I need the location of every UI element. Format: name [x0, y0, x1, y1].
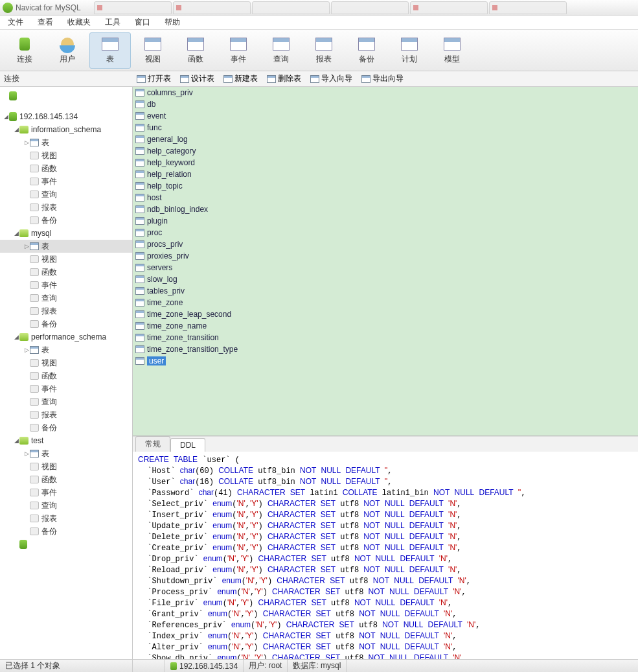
- table-row-tables_priv[interactable]: tables_priv: [133, 285, 638, 297]
- table-row-proc[interactable]: proc: [133, 227, 638, 238]
- menu-帮助[interactable]: 帮助: [165, 17, 180, 28]
- tree-row-视图[interactable]: 视图: [0, 253, 132, 266]
- table-row-time_zone_transition_type[interactable]: time_zone_transition_type: [133, 343, 638, 355]
- menu-窗口[interactable]: 窗口: [135, 17, 150, 28]
- table-label: time_zone_transition_type: [147, 345, 238, 354]
- tree-row-information_schema[interactable]: ◢information_schema: [0, 123, 132, 136]
- toolbar-函数[interactable]: 函数: [175, 32, 216, 69]
- tree-row-查询[interactable]: 查询: [0, 395, 132, 408]
- toolbar-计划[interactable]: 计划: [389, 32, 430, 69]
- subtoolbar-新建表[interactable]: 新建表: [223, 73, 258, 84]
- toolbar-报表[interactable]: 报表: [303, 32, 345, 69]
- menu-收藏夹[interactable]: 收藏夹: [67, 17, 91, 28]
- tree-row-查询[interactable]: 查询: [0, 188, 132, 201]
- tree-row-视图[interactable]: 视图: [0, 356, 132, 369]
- tree-toggle-icon[interactable]: ◢: [3, 113, 9, 120]
- table-row-time_zone_transition[interactable]: time_zone_transition: [133, 332, 638, 343]
- tree-row-test[interactable]: ◢test: [0, 434, 132, 447]
- tree-row-报表[interactable]: 报表: [0, 201, 132, 214]
- table-row-general_log[interactable]: general_log: [133, 133, 638, 145]
- tree-row-mysql[interactable]: ◢mysql: [0, 227, 132, 240]
- ddl-panel[interactable]: CREATE TABLE `user` ( `Host` char(60) CO…: [133, 452, 638, 659]
- toolbar-模型[interactable]: 模型: [431, 32, 473, 69]
- table-row-help_category[interactable]: help_category: [133, 145, 638, 157]
- subtoolbar-导出向导[interactable]: 导出向导: [361, 73, 404, 84]
- tree-row-备份[interactable]: 备份: [0, 525, 132, 538]
- tree-row-表[interactable]: ▷表: [0, 343, 132, 356]
- table-row-db[interactable]: db: [133, 98, 638, 110]
- table-row-servers[interactable]: servers: [133, 262, 638, 273]
- tree-toggle-icon[interactable]: ◢: [13, 126, 19, 133]
- tree-row-事件[interactable]: 事件: [0, 382, 132, 395]
- table-row-ndb_binlog_index[interactable]: ndb_binlog_index: [133, 203, 638, 215]
- menu-文件[interactable]: 文件: [8, 17, 23, 28]
- table-row-event[interactable]: event: [133, 110, 638, 122]
- table-row-time_zone[interactable]: time_zone: [133, 297, 638, 308]
- toolbar-事件[interactable]: 事件: [218, 32, 259, 69]
- tree-row-备份[interactable]: 备份: [0, 318, 132, 330]
- tree-row-表[interactable]: ▷表: [0, 240, 132, 253]
- tree-row-事件[interactable]: 事件: [0, 175, 132, 188]
- tab-常规[interactable]: 常规: [135, 436, 170, 452]
- tree-toggle-icon[interactable]: ▷: [23, 139, 30, 146]
- tree-toggle-icon[interactable]: ▷: [23, 347, 30, 353]
- tree-row-函数[interactable]: 函数: [0, 369, 132, 382]
- table-row-help_topic[interactable]: help_topic: [133, 180, 638, 192]
- tree-row-查询[interactable]: 查询: [0, 499, 132, 512]
- toolbar-表[interactable]: 表: [89, 32, 131, 69]
- subtoolbar-设计表[interactable]: 设计表: [180, 73, 214, 84]
- tree-row-事件[interactable]: 事件: [0, 486, 132, 499]
- tree-row-视图[interactable]: 视图: [0, 460, 132, 473]
- tree-row-performance_schema[interactable]: ◢performance_schema: [0, 330, 132, 343]
- tree-toggle-icon[interactable]: ▷: [23, 243, 30, 249]
- tree-toggle-icon[interactable]: ▷: [23, 450, 30, 457]
- menubar[interactable]: 文件查看收藏夹工具窗口帮助: [0, 16, 638, 30]
- table-row-host[interactable]: host: [133, 192, 638, 203]
- tree-row-函数[interactable]: 函数: [0, 266, 132, 279]
- tree-row-           [interactable]: [0, 538, 132, 551]
- toolbar-用户[interactable]: 用户: [47, 32, 88, 69]
- tree-row-函数[interactable]: 函数: [0, 162, 132, 175]
- table-row-user[interactable]: user: [133, 355, 638, 367]
- toolbar-连接[interactable]: 连接: [4, 32, 45, 69]
- tree-row-           [interactable]: [0, 89, 132, 102]
- tree-row-192.168.145.134[interactable]: ◢192.168.145.134: [0, 110, 132, 123]
- subtoolbar-删除表[interactable]: 删除表: [267, 73, 301, 84]
- table-label: servers: [147, 263, 172, 272]
- menu-工具[interactable]: 工具: [105, 17, 120, 28]
- table-row-help_keyword[interactable]: help_keyword: [133, 157, 638, 168]
- tree-toggle-icon[interactable]: ◢: [13, 334, 19, 340]
- tree-row-视图[interactable]: 视图: [0, 149, 132, 162]
- table-row-time_zone_name[interactable]: time_zone_name: [133, 320, 638, 332]
- tree-row-事件[interactable]: 事件: [0, 279, 132, 292]
- tree-row-报表[interactable]: 报表: [0, 305, 132, 318]
- toolbar-备份[interactable]: 备份: [346, 32, 387, 69]
- tree-row-报表[interactable]: 报表: [0, 512, 132, 525]
- table-row-proxies_priv[interactable]: proxies_priv: [133, 250, 638, 262]
- toolbar-视图[interactable]: 视图: [132, 32, 174, 69]
- tree-toggle-icon[interactable]: ◢: [13, 230, 19, 237]
- table-list[interactable]: columns_privdbeventfuncgeneral_loghelp_c…: [133, 87, 638, 436]
- table-row-columns_priv[interactable]: columns_priv: [133, 87, 638, 98]
- tree-row-备份[interactable]: 备份: [0, 421, 132, 434]
- tree-row-表[interactable]: ▷表: [0, 447, 132, 460]
- table-row-procs_priv[interactable]: procs_priv: [133, 238, 638, 250]
- table-row-plugin[interactable]: plugin: [133, 215, 638, 227]
- table-row-func[interactable]: func: [133, 122, 638, 133]
- tree-row-表[interactable]: ▷表: [0, 136, 132, 149]
- tree-toggle-icon[interactable]: ◢: [13, 437, 19, 444]
- table-row-help_relation[interactable]: help_relation: [133, 168, 638, 180]
- table-row-time_zone_leap_second[interactable]: time_zone_leap_second: [133, 308, 638, 320]
- tree-row-备份[interactable]: 备份: [0, 214, 132, 227]
- connection-tree[interactable]: ◢192.168.145.134◢information_schema▷表视图函…: [0, 87, 133, 659]
- subtoolbar-打开表[interactable]: 打开表: [137, 73, 171, 84]
- tree-row-查询[interactable]: 查询: [0, 292, 132, 305]
- detail-tabs[interactable]: 常规DDL: [133, 436, 638, 452]
- tree-row-报表[interactable]: 报表: [0, 408, 132, 421]
- menu-查看[interactable]: 查看: [38, 17, 53, 28]
- tree-row-函数[interactable]: 函数: [0, 473, 132, 486]
- toolbar-查询[interactable]: 查询: [260, 32, 302, 69]
- subtoolbar-导入向导[interactable]: 导入向导: [310, 73, 352, 84]
- tab-DDL[interactable]: DDL: [170, 438, 205, 452]
- table-row-slow_log[interactable]: slow_log: [133, 273, 638, 285]
